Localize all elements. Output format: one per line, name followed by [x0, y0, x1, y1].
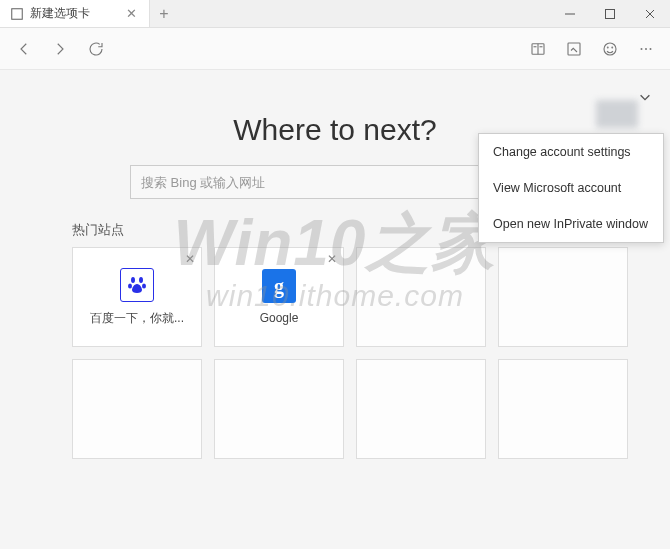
- tab-title: 新建选项卡: [30, 5, 118, 22]
- top-site-tile[interactable]: ✕ g Google: [214, 247, 344, 347]
- tab-close-icon[interactable]: ✕: [124, 6, 139, 21]
- top-site-tile-empty[interactable]: [72, 359, 202, 459]
- svg-point-17: [139, 277, 143, 283]
- top-site-tile[interactable]: ✕ 百度一下，你就...: [72, 247, 202, 347]
- svg-point-14: [645, 48, 647, 50]
- top-site-tile-empty[interactable]: [356, 359, 486, 459]
- maximize-button[interactable]: [590, 0, 630, 27]
- forward-button[interactable]: [42, 31, 78, 67]
- svg-point-13: [641, 48, 643, 50]
- titlebar: 新建选项卡 ✕ +: [0, 0, 670, 28]
- svg-point-12: [612, 47, 613, 48]
- back-button[interactable]: [6, 31, 42, 67]
- svg-point-16: [131, 277, 135, 283]
- more-button[interactable]: [628, 31, 664, 67]
- user-avatar[interactable]: [596, 100, 638, 128]
- tile-remove-icon[interactable]: ✕: [185, 252, 195, 266]
- window-controls: [550, 0, 670, 27]
- menu-view-microsoft-account[interactable]: View Microsoft account: [479, 170, 663, 206]
- svg-point-15: [650, 48, 652, 50]
- top-sites-grid: ✕ 百度一下，你就... ✕ g Google: [0, 247, 670, 459]
- chevron-down-icon[interactable]: [638, 90, 652, 107]
- google-icon: g: [262, 269, 296, 303]
- top-site-tile-empty[interactable]: [498, 359, 628, 459]
- search-input[interactable]: [131, 166, 503, 198]
- top-site-tile-empty[interactable]: [356, 247, 486, 347]
- baidu-icon: [120, 268, 154, 302]
- menu-change-account-settings[interactable]: Change account settings: [479, 134, 663, 170]
- close-window-button[interactable]: [630, 0, 670, 27]
- tile-remove-icon[interactable]: ✕: [327, 252, 337, 266]
- svg-rect-0: [12, 8, 23, 19]
- new-tab-button[interactable]: +: [150, 0, 178, 27]
- svg-rect-2: [606, 9, 615, 18]
- top-site-tile-empty[interactable]: [498, 247, 628, 347]
- tile-label: 百度一下，你就...: [90, 310, 184, 327]
- toolbar: [0, 28, 670, 70]
- feedback-button[interactable]: [592, 31, 628, 67]
- account-dropdown: Change account settings View Microsoft a…: [478, 133, 664, 243]
- web-note-button[interactable]: [556, 31, 592, 67]
- svg-point-11: [607, 47, 608, 48]
- reading-view-button[interactable]: [520, 31, 556, 67]
- svg-point-18: [128, 283, 132, 288]
- svg-point-19: [142, 283, 146, 288]
- refresh-button[interactable]: [78, 31, 114, 67]
- top-site-tile-empty[interactable]: [214, 359, 344, 459]
- page-icon: [10, 7, 24, 21]
- browser-tab[interactable]: 新建选项卡 ✕: [0, 0, 150, 27]
- tile-label: Google: [260, 311, 299, 325]
- minimize-button[interactable]: [550, 0, 590, 27]
- menu-open-inprivate[interactable]: Open new InPrivate window: [479, 206, 663, 242]
